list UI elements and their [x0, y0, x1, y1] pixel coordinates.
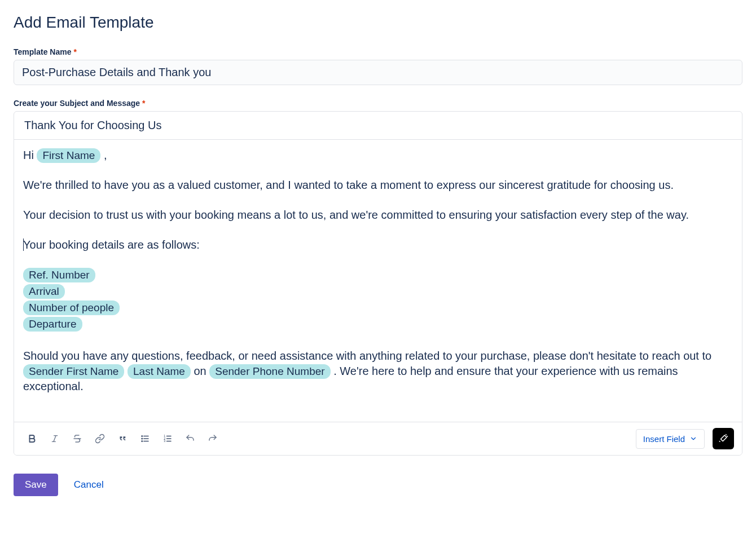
redo-button[interactable] — [203, 428, 223, 449]
undo-button[interactable] — [180, 428, 200, 449]
page-title: Add Email Template — [14, 14, 742, 32]
svg-point-9 — [142, 441, 143, 442]
save-button[interactable]: Save — [14, 474, 58, 496]
quote-icon — [117, 434, 128, 444]
bullet-list-button[interactable] — [135, 428, 155, 449]
link-icon — [95, 434, 105, 444]
token-sender-first-name[interactable]: Sender First Name — [23, 364, 124, 379]
redo-icon — [208, 434, 218, 444]
message-body[interactable]: Hi First Name , We're thrilled to have y… — [14, 140, 742, 422]
strikethrough-icon — [72, 434, 82, 444]
para-3: Your booking details are as follows: — [23, 237, 733, 253]
template-name-label: Template Name* — [14, 47, 742, 56]
cancel-button[interactable]: Cancel — [74, 479, 104, 491]
svg-point-8 — [142, 438, 143, 439]
ordered-list-icon: 123 — [162, 434, 173, 444]
strikethrough-button[interactable] — [67, 428, 87, 449]
editor-toolbar: 123 Insert Field — [14, 422, 742, 455]
bullet-list-icon — [140, 434, 150, 444]
undo-icon — [185, 434, 195, 444]
svg-text:3: 3 — [164, 439, 165, 443]
insert-field-button[interactable]: Insert Field — [636, 429, 705, 449]
italic-icon — [50, 434, 59, 443]
token-last-name[interactable]: Last Name — [128, 364, 191, 379]
link-button[interactable] — [90, 428, 110, 449]
template-name-input[interactable] — [14, 60, 742, 85]
token-number-of-people[interactable]: Number of people — [23, 301, 120, 315]
subject-row — [14, 112, 742, 140]
insert-field-label: Insert Field — [643, 434, 685, 444]
quote-button[interactable] — [112, 428, 133, 449]
bold-icon — [27, 434, 37, 444]
token-sender-phone[interactable]: Sender Phone Number — [209, 364, 330, 379]
svg-point-7 — [142, 436, 143, 437]
magic-wand-icon — [718, 434, 728, 444]
chevron-down-icon — [689, 435, 697, 443]
para-2: Your decision to trust us with your book… — [23, 207, 733, 223]
bold-button[interactable] — [22, 428, 42, 449]
greeting-suffix: , — [100, 149, 107, 161]
token-departure[interactable]: Departure — [23, 317, 82, 332]
editor-container: Hi First Name , We're thrilled to have y… — [14, 111, 742, 456]
token-ref-number[interactable]: Ref. Number — [23, 268, 95, 282]
magic-wand-button[interactable] — [713, 428, 734, 449]
svg-line-2 — [54, 436, 56, 442]
subject-message-label: Create your Subject and Message* — [14, 99, 742, 108]
required-asterisk: * — [142, 99, 145, 108]
greeting-prefix: Hi — [23, 149, 37, 161]
subject-input[interactable] — [23, 118, 733, 132]
closing-paragraph: Should you have any questions, feedback,… — [23, 348, 733, 394]
required-asterisk: * — [73, 47, 76, 56]
footer-actions: Save Cancel — [14, 474, 742, 496]
para-1: We're thrilled to have you as a valued c… — [23, 178, 733, 193]
italic-button[interactable] — [45, 428, 65, 449]
token-first-name[interactable]: First Name — [37, 148, 100, 163]
ordered-list-button[interactable]: 123 — [157, 428, 178, 449]
token-arrival[interactable]: Arrival — [23, 284, 65, 299]
